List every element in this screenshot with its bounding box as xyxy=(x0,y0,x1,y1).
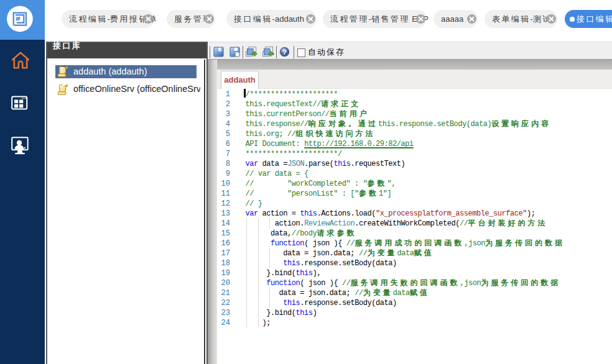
svg-text:?: ? xyxy=(282,48,286,56)
